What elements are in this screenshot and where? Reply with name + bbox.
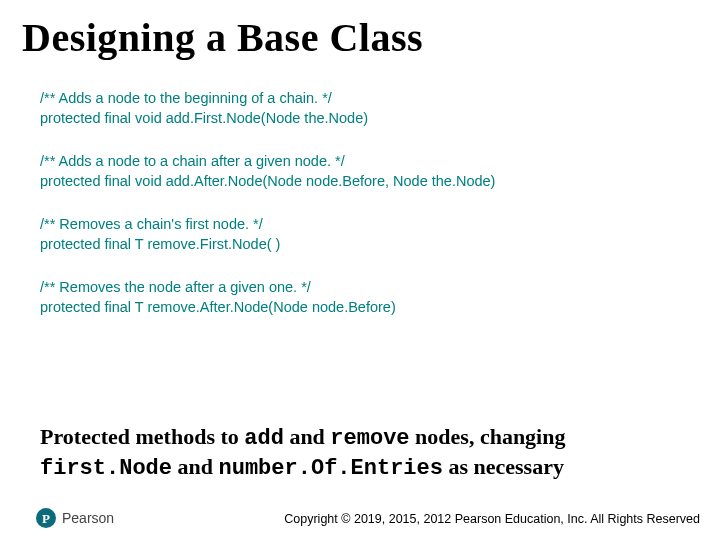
page-title: Designing a Base Class bbox=[0, 0, 720, 61]
code-declaration: protected final void add.First.Node(Node… bbox=[40, 109, 720, 129]
caption-code: first.Node bbox=[40, 456, 172, 481]
caption-fragment: and bbox=[284, 424, 330, 449]
caption-text: Protected methods to add and remove node… bbox=[40, 423, 680, 482]
code-block: /** Adds a node to the beginning of a ch… bbox=[40, 89, 720, 128]
copyright-text: Copyright © 2019, 2015, 2012 Pearson Edu… bbox=[284, 512, 700, 526]
caption-fragment: and bbox=[172, 454, 218, 479]
caption-code: number.Of.Entries bbox=[219, 456, 443, 481]
code-comment: /** Adds a node to the beginning of a ch… bbox=[40, 89, 720, 109]
caption-code: add bbox=[244, 426, 284, 451]
code-comment: /** Adds a node to a chain after a given… bbox=[40, 152, 720, 172]
code-comment: /** Removes the node after a given one. … bbox=[40, 278, 720, 298]
code-block: /** Removes a chain's first node. */ pro… bbox=[40, 215, 720, 254]
code-comment: /** Removes a chain's first node. */ bbox=[40, 215, 720, 235]
caption-fragment: nodes, changing bbox=[410, 424, 566, 449]
brand-name: Pearson bbox=[62, 510, 114, 526]
caption-fragment: Protected methods to bbox=[40, 424, 244, 449]
caption-fragment: as necessary bbox=[443, 454, 564, 479]
code-block: /** Adds a node to a chain after a given… bbox=[40, 152, 720, 191]
code-block-container: /** Adds a node to the beginning of a ch… bbox=[0, 61, 720, 318]
code-block: /** Removes the node after a given one. … bbox=[40, 278, 720, 317]
code-declaration: protected final void add.After.Node(Node… bbox=[40, 172, 720, 192]
brand-logo: P Pearson bbox=[36, 508, 114, 528]
caption-code: remove bbox=[330, 426, 409, 451]
code-declaration: protected final T remove.First.Node( ) bbox=[40, 235, 720, 255]
brand-icon: P bbox=[36, 508, 56, 528]
code-declaration: protected final T remove.After.Node(Node… bbox=[40, 298, 720, 318]
brand-icon-letter: P bbox=[42, 512, 50, 525]
footer: P Pearson Copyright © 2019, 2015, 2012 P… bbox=[0, 504, 720, 528]
